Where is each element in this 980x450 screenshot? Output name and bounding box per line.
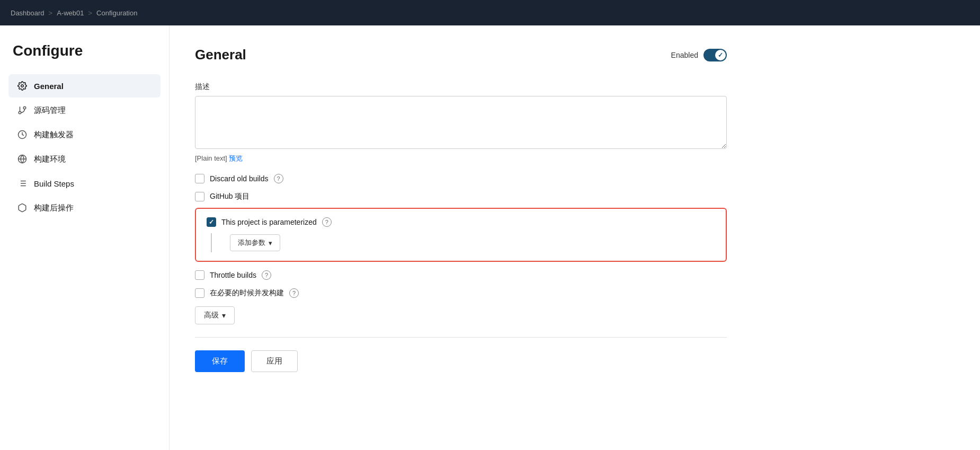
github-label: GitHub 项目 <box>210 192 250 201</box>
add-param-button[interactable]: 添加参数 ▾ <box>230 234 280 251</box>
save-button[interactable]: 保存 <box>195 350 245 372</box>
throttle-label: Throttle builds <box>210 271 256 279</box>
description-input[interactable] <box>195 96 727 149</box>
throttle-checkbox[interactable] <box>195 270 204 280</box>
description-label: 描述 <box>195 82 727 92</box>
param-checkbox-row: This project is parameterized ? <box>207 217 715 227</box>
breadcrumb: Dashboard > A-web01 > Configuration <box>11 9 137 17</box>
concurrent-help-icon[interactable]: ? <box>289 288 299 298</box>
divider <box>195 337 727 338</box>
svg-point-3 <box>19 111 21 114</box>
toggle-knob: ✓ <box>715 50 726 60</box>
concurrent-label: 在必要的时候并发构建 <box>210 288 284 298</box>
gear-icon <box>17 81 28 91</box>
plain-text-hint: [Plain text] 预览 <box>195 154 727 163</box>
sidebar-env-label: 构建环境 <box>34 154 66 164</box>
advanced-label: 高级 <box>204 311 219 320</box>
concurrent-checkbox[interactable] <box>195 288 204 298</box>
cube-icon <box>17 202 28 213</box>
discard-checkbox[interactable] <box>195 174 204 183</box>
sidebar-item-source[interactable]: 源码管理 <box>8 99 161 122</box>
add-param-label: 添加参数 <box>238 238 265 248</box>
advanced-icon: ▾ <box>222 311 226 320</box>
topbar: Dashboard > A-web01 > Configuration <box>0 0 980 25</box>
sidebar-item-env[interactable]: 构建环境 <box>8 147 161 171</box>
sidebar-title: Configure <box>8 42 161 59</box>
svg-point-2 <box>23 107 26 109</box>
sidebar-general-label: General <box>34 82 64 91</box>
breadcrumb-dashboard[interactable]: Dashboard <box>11 9 44 17</box>
enabled-label: Enabled <box>671 51 698 59</box>
vertical-divider <box>211 233 212 252</box>
sidebar-post-label: 构建后操作 <box>34 203 74 213</box>
concurrent-row: 在必要的时候并发构建 ? <box>195 288 727 298</box>
svg-point-0 <box>21 85 24 87</box>
enabled-row: Enabled ✓ <box>671 49 727 61</box>
github-row: GitHub 项目 <box>195 192 727 201</box>
github-checkbox[interactable] <box>195 192 204 201</box>
sidebar-item-general[interactable]: General <box>8 74 161 98</box>
advanced-button[interactable]: 高级 ▾ <box>195 306 235 324</box>
sidebar-item-trigger[interactable]: 构建触发器 <box>8 123 161 146</box>
sidebar-trigger-label: 构建触发器 <box>34 130 74 140</box>
enabled-toggle[interactable]: ✓ <box>703 49 727 61</box>
discard-row: Discard old builds ? <box>195 174 727 183</box>
throttle-row: Throttle builds ? <box>195 270 727 280</box>
param-checkbox[interactable] <box>207 217 216 227</box>
breadcrumb-aweb01[interactable]: A-web01 <box>57 9 84 17</box>
sidebar-item-steps[interactable]: Build Steps <box>8 172 161 195</box>
content-header: General Enabled ✓ <box>195 47 727 63</box>
branch-icon <box>17 105 28 116</box>
sidebar: Configure General 源码管理 <box>0 25 170 450</box>
discard-help-icon[interactable]: ? <box>274 174 283 183</box>
apply-button[interactable]: 应用 <box>251 350 298 372</box>
toggle-check-icon: ✓ <box>718 51 723 59</box>
plain-text-prefix: [Plain text] <box>195 154 227 162</box>
param-help-icon[interactable]: ? <box>322 217 332 227</box>
page-title: General <box>195 47 246 63</box>
globe-icon <box>17 154 28 164</box>
list-icon <box>17 178 28 189</box>
sidebar-steps-label: Build Steps <box>34 179 74 188</box>
description-section: 描述 [Plain text] 预览 <box>195 82 727 163</box>
main-layout: Configure General 源码管理 <box>0 25 980 450</box>
breadcrumb-configuration: Configuration <box>96 9 137 17</box>
sidebar-source-label: 源码管理 <box>34 105 66 116</box>
preview-link[interactable]: 预览 <box>229 154 243 162</box>
throttle-help-icon[interactable]: ? <box>262 270 271 280</box>
clock-icon <box>17 129 28 140</box>
breadcrumb-sep2: > <box>88 9 93 17</box>
param-label: This project is parameterized <box>221 218 317 226</box>
discard-label: Discard old builds <box>210 174 269 183</box>
sidebar-item-post[interactable]: 构建后操作 <box>8 196 161 219</box>
parameterized-box: This project is parameterized ? 添加参数 ▾ <box>195 208 727 262</box>
content-area: General Enabled ✓ 描述 [Plain text] 预览 D <box>170 25 752 450</box>
action-row: 保存 应用 <box>195 350 727 372</box>
add-param-dropdown-icon: ▾ <box>269 239 272 247</box>
add-param-row: 添加参数 ▾ <box>207 233 715 252</box>
breadcrumb-sep1: > <box>49 9 53 17</box>
